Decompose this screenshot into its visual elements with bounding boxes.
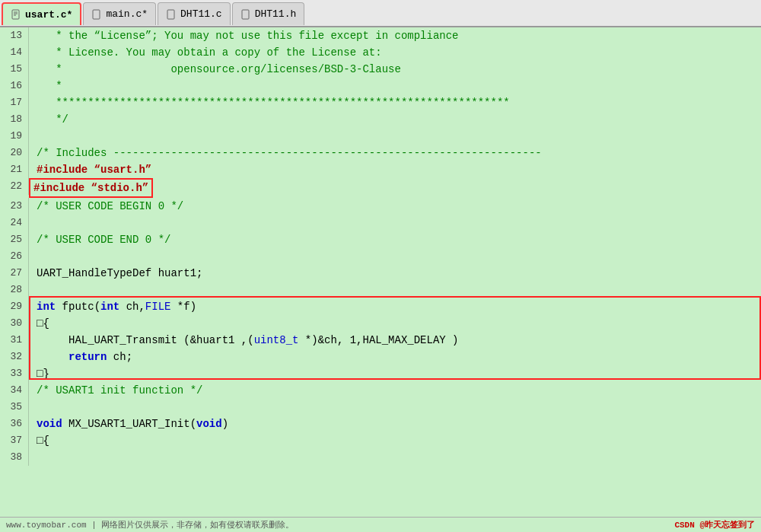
line-content: /* USART1 init function */ bbox=[29, 382, 202, 399]
table-row: 37□{ bbox=[0, 432, 761, 449]
line-number: 34 bbox=[0, 382, 29, 399]
table-row: 23/* USER CODE BEGIN 0 */ bbox=[0, 198, 761, 215]
line-content: □{ bbox=[29, 432, 49, 449]
tab-main-c[interactable]: main.c* bbox=[83, 2, 156, 25]
line-content: return ch; bbox=[29, 349, 132, 365]
line-content: HAL_UART_Transmit (&huart1 ,(uint8_t *)&… bbox=[29, 332, 459, 349]
table-row: 17 *************************************… bbox=[0, 94, 761, 111]
table-row: 25/* USER CODE END 0 */ bbox=[0, 231, 761, 248]
footer-right: CSDN @昨天忘签到了 bbox=[674, 519, 755, 530]
table-row: 26 bbox=[0, 248, 761, 265]
line-content: UART_HandleTypeDef huart1; bbox=[29, 265, 202, 282]
line-number: 27 bbox=[0, 265, 29, 282]
tab-usart-c[interactable]: usart.c* bbox=[2, 2, 81, 25]
svg-rect-5 bbox=[167, 10, 174, 19]
footer: www.toymobar.com | 网络图片仅供展示，非存储，如有侵权请联系删… bbox=[0, 517, 761, 532]
line-content: */ bbox=[29, 111, 68, 128]
table-row: 30□{ bbox=[0, 315, 761, 332]
line-number: 13 bbox=[0, 27, 29, 44]
line-content: /* Includes ----------------------------… bbox=[29, 145, 542, 161]
line-number: 16 bbox=[0, 78, 29, 94]
tab-label: DHT11.h bbox=[255, 8, 297, 20]
line-content: void MX_USART1_UART_Init(void) bbox=[29, 416, 228, 432]
line-content: /* USER CODE BEGIN 0 */ bbox=[29, 198, 183, 215]
line-number: 28 bbox=[0, 282, 29, 298]
line-number: 35 bbox=[0, 399, 29, 416]
line-content: * opensource.org/licenses/BSD-3-Clause bbox=[29, 61, 401, 78]
line-number: 32 bbox=[0, 349, 29, 365]
line-number: 37 bbox=[0, 432, 29, 449]
line-number: 30 bbox=[0, 315, 29, 332]
table-row: 20/* Includes --------------------------… bbox=[0, 145, 761, 161]
line-content: □{ bbox=[29, 315, 49, 332]
table-row: 15 * opensource.org/licenses/BSD-3-Claus… bbox=[0, 61, 761, 78]
line-number: 24 bbox=[0, 215, 29, 231]
footer-left: www.toymobar.com | 网络图片仅供展示，非存储，如有侵权请联系删… bbox=[6, 519, 294, 530]
table-row: 14 * License. You may obtain a copy of t… bbox=[0, 44, 761, 61]
table-row: 16 * bbox=[0, 78, 761, 94]
table-row: 13 * the “License”; You may not use this… bbox=[0, 27, 761, 44]
tab-label: DHT11.c bbox=[180, 8, 222, 20]
tab-label: main.c* bbox=[106, 8, 148, 20]
file-icon bbox=[240, 9, 251, 20]
line-content: /* USER CODE END 0 */ bbox=[29, 231, 170, 248]
table-row: 38 bbox=[0, 449, 761, 466]
line-number: 17 bbox=[0, 94, 29, 111]
table-row: 28 bbox=[0, 282, 761, 298]
table-row: 36void MX_USART1_UART_Init(void) bbox=[0, 416, 761, 432]
line-number: 33 bbox=[0, 365, 29, 382]
line-number: 31 bbox=[0, 332, 29, 349]
table-row: 21#include “usart.h” bbox=[0, 161, 761, 178]
table-row: 32 return ch; bbox=[0, 349, 761, 365]
line-number: 20 bbox=[0, 145, 29, 161]
line-number: 14 bbox=[0, 44, 29, 61]
line-number: 22 bbox=[0, 178, 29, 195]
line-content: * bbox=[29, 78, 62, 94]
line-number: 18 bbox=[0, 111, 29, 128]
table-row: 24 bbox=[0, 215, 761, 231]
svg-rect-6 bbox=[242, 10, 249, 19]
table-row: 22#include “stdio.h” bbox=[0, 178, 761, 198]
line-number: 26 bbox=[0, 248, 29, 265]
line-number: 19 bbox=[0, 128, 29, 145]
line-number: 25 bbox=[0, 231, 29, 248]
line-content: int fputc(int ch,FILE *f) bbox=[29, 298, 196, 315]
line-content: #include “stdio.h” bbox=[29, 178, 153, 198]
line-number: 36 bbox=[0, 416, 29, 432]
table-row: 19 bbox=[0, 128, 761, 145]
code-editor[interactable]: 13 * the “License”; You may not use this… bbox=[0, 27, 761, 532]
file-icon bbox=[166, 9, 177, 20]
tab-dht11-c[interactable]: DHT11.c bbox=[158, 2, 231, 25]
line-number: 29 bbox=[0, 298, 29, 315]
table-row: 31 HAL_UART_Transmit (&huart1 ,(uint8_t … bbox=[0, 332, 761, 349]
line-content: * License. You may obtain a copy of the … bbox=[29, 44, 382, 61]
line-number: 21 bbox=[0, 161, 29, 178]
line-content: #include “usart.h” bbox=[29, 161, 151, 178]
line-content: □} bbox=[29, 365, 49, 382]
table-row: 34/* USART1 init function */ bbox=[0, 382, 761, 399]
line-number: 15 bbox=[0, 61, 29, 78]
svg-rect-0 bbox=[12, 10, 19, 19]
line-content: * the “License”; You may not use this fi… bbox=[29, 27, 459, 44]
table-row: 33□} bbox=[0, 365, 761, 382]
line-number: 38 bbox=[0, 449, 29, 466]
tab-label: usart.c* bbox=[25, 9, 72, 21]
line-number: 23 bbox=[0, 198, 29, 215]
svg-rect-4 bbox=[93, 10, 100, 19]
table-row: 18 */ bbox=[0, 111, 761, 128]
tab-dht11-h[interactable]: DHT11.h bbox=[232, 2, 305, 25]
line-content: ****************************************… bbox=[29, 94, 510, 111]
table-row: 35 bbox=[0, 399, 761, 416]
table-row: 29int fputc(int ch,FILE *f) bbox=[0, 298, 761, 315]
file-icon bbox=[11, 9, 21, 20]
table-row: 27UART_HandleTypeDef huart1; bbox=[0, 265, 761, 282]
file-icon bbox=[91, 9, 102, 20]
tab-bar: usart.c* main.c* DHT11.c DHT11.h bbox=[0, 0, 761, 27]
